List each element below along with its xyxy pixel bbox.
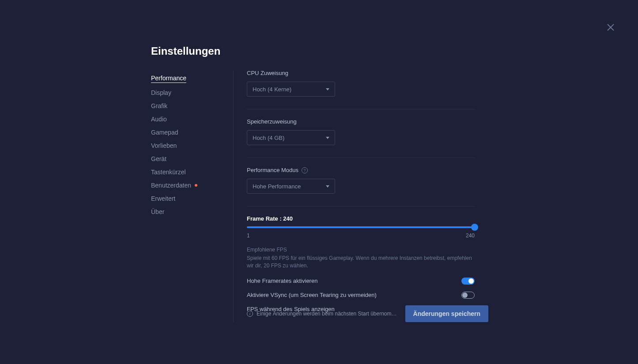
restart-note: i Einige Änderungen werden beim nächsten…	[247, 311, 397, 317]
sidebar-item-gerät[interactable]: Gerät	[151, 152, 226, 165]
fps-hint-title: Empfohlene FPS	[247, 247, 475, 253]
toggle-label: Hohe Framerates aktivieren	[247, 278, 317, 284]
info-icon: i	[247, 311, 253, 317]
sidebar-item-performance[interactable]: Performance	[151, 71, 226, 86]
sidebar-item-gamepad[interactable]: Gamepad	[151, 126, 226, 139]
framerate-slider-label: Frame Rate : 240	[247, 215, 475, 222]
sidebar-item-erweitert[interactable]: Erweitert	[151, 192, 226, 205]
sidebar-item-label: Audio	[151, 116, 167, 123]
chevron-down-icon	[326, 185, 329, 188]
sidebar-item-display[interactable]: Display	[151, 86, 226, 99]
cpu-allocation-select[interactable]: Hoch (4 Kerne)	[247, 82, 335, 97]
performance-mode-value: Hohe Performance	[253, 183, 301, 190]
chevron-down-icon	[326, 137, 329, 139]
performance-mode-label: Performance Modus ?	[247, 167, 475, 173]
settings-sidebar: PerformanceDisplayGrafikAudioGamepadVorl…	[151, 71, 226, 218]
sidebar-item-über[interactable]: Über	[151, 205, 226, 218]
sidebar-item-label: Gamepad	[151, 129, 178, 136]
restart-note-text: Einige Änderungen werden beim nächsten S…	[257, 311, 397, 317]
toggle-switch[interactable]	[461, 278, 475, 285]
sidebar-item-label: Performance	[151, 75, 186, 83]
sidebar-item-label: Display	[151, 89, 171, 96]
vertical-divider	[233, 71, 234, 322]
framerate-slider-range: 1 240	[247, 233, 475, 239]
close-icon	[606, 23, 615, 32]
framerate-slider-thumb[interactable]	[471, 224, 478, 231]
toggle-switch[interactable]	[461, 292, 475, 299]
sidebar-item-label: Grafik	[151, 102, 167, 109]
memory-allocation-value: Hoch (4 GB)	[253, 135, 284, 141]
divider	[247, 109, 475, 109]
sidebar-item-audio[interactable]: Audio	[151, 113, 226, 126]
memory-allocation-label: Speicherzuweisung	[247, 118, 475, 125]
toggle-label: Aktiviere VSync (um Screen Tearing zu ve…	[247, 292, 377, 298]
cpu-allocation-value: Hoch (4 Kerne)	[253, 86, 291, 93]
help-icon[interactable]: ?	[302, 167, 308, 173]
performance-mode-select[interactable]: Hohe Performance	[247, 179, 335, 194]
sidebar-item-vorlieben[interactable]: Vorlieben	[151, 139, 226, 152]
cpu-allocation-label: CPU Zuweisung	[247, 70, 475, 76]
sidebar-item-label: Gerät	[151, 155, 166, 162]
page-title: Einstellungen	[151, 45, 220, 57]
sidebar-item-grafik[interactable]: Grafik	[151, 99, 226, 113]
sidebar-item-label: Tastenkürzel	[151, 169, 186, 176]
sidebar-item-label: Vorlieben	[151, 142, 177, 149]
notification-dot-icon	[195, 184, 197, 187]
divider	[247, 206, 475, 206]
framerate-slider[interactable]	[247, 226, 475, 228]
framerate-min: 1	[247, 233, 250, 239]
toggle-row: Aktiviere VSync (um Screen Tearing zu ve…	[247, 292, 475, 299]
toggle-knob	[468, 278, 474, 284]
settings-content: CPU Zuweisung Hoch (4 Kerne) Speicherzuw…	[247, 70, 475, 313]
framerate-max: 240	[466, 233, 475, 239]
footer: i Einige Änderungen werden beim nächsten…	[247, 305, 488, 322]
sidebar-item-label: Benutzerdaten	[151, 182, 191, 189]
sidebar-item-label: Erweitert	[151, 195, 175, 202]
sidebar-item-tastenkürzel[interactable]: Tastenkürzel	[151, 165, 226, 179]
toggle-knob	[462, 293, 468, 298]
chevron-down-icon	[326, 88, 329, 90]
memory-allocation-select[interactable]: Hoch (4 GB)	[247, 130, 335, 145]
fps-hint-body: Spiele mit 60 FPS für ein flüssiges Game…	[247, 255, 475, 270]
divider	[247, 158, 475, 158]
save-changes-button[interactable]: Änderungen speichern	[405, 305, 488, 322]
sidebar-item-benutzerdaten[interactable]: Benutzerdaten	[151, 179, 226, 192]
performance-mode-label-text: Performance Modus	[247, 167, 298, 173]
toggle-row: Hohe Framerates aktivieren	[247, 278, 475, 285]
close-button[interactable]	[606, 23, 615, 32]
sidebar-item-label: Über	[151, 208, 164, 215]
